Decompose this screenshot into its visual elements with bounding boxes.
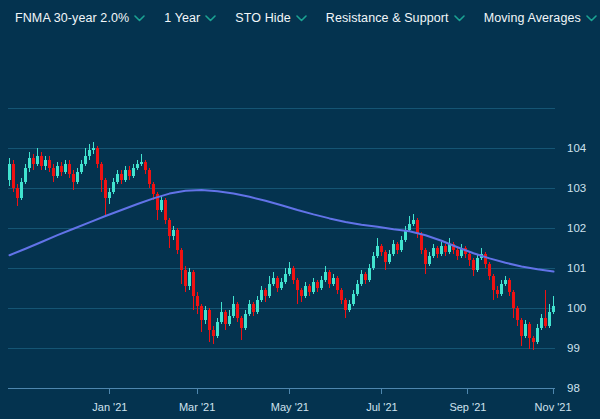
x-axis: Jan '21Mar '21May '21Jul '21Sep '21Nov '…: [8, 388, 572, 413]
chevron-down-icon: [586, 15, 597, 22]
x-tick-label: Mar '21: [179, 401, 215, 413]
x-tick-label: Sep '21: [449, 401, 486, 413]
dropdown-sto-label: STO Hide: [235, 11, 290, 25]
y-axis-labels: 1041031021011009998: [567, 142, 587, 394]
y-tick-label: 104: [567, 142, 587, 154]
toolbar: FNMA 30-year 2.0% 1 Year STO Hide Resist…: [0, 0, 600, 36]
dropdown-instrument-label: FNMA 30-year 2.0%: [15, 11, 129, 25]
dropdown-instrument[interactable]: FNMA 30-year 2.0%: [15, 11, 145, 25]
chevron-down-icon: [296, 15, 307, 22]
y-tick-label: 100: [567, 302, 586, 314]
chevron-down-icon: [205, 15, 216, 22]
chevron-down-icon: [134, 15, 145, 22]
moving-average-line: [10, 190, 554, 272]
chevron-down-icon: [454, 15, 465, 22]
x-tick-label: May '21: [271, 401, 309, 413]
dropdown-timeframe[interactable]: 1 Year: [164, 11, 216, 25]
dropdown-moving-averages-label: Moving Averages: [484, 11, 581, 25]
dropdown-moving-averages[interactable]: Moving Averages: [484, 11, 597, 25]
dropdown-timeframe-label: 1 Year: [164, 11, 200, 25]
dropdown-resistance-support[interactable]: Resistance & Support: [326, 11, 465, 25]
x-tick-label: Jul '21: [366, 401, 397, 413]
candles-group: [8, 142, 555, 350]
dropdown-resistance-support-label: Resistance & Support: [326, 11, 449, 25]
y-tick-label: 103: [567, 182, 586, 194]
y-tick-label: 102: [567, 222, 586, 234]
y-tick-label: 99: [567, 342, 580, 354]
x-tick-label: Nov '21: [535, 401, 572, 413]
y-tick-label: 101: [567, 262, 586, 274]
price-chart[interactable]: Jan '21Mar '21May '21Jul '21Sep '21Nov '…: [0, 0, 600, 419]
x-tick-label: Jan '21: [92, 401, 127, 413]
y-tick-label: 98: [567, 382, 580, 394]
dropdown-sto[interactable]: STO Hide: [235, 11, 306, 25]
